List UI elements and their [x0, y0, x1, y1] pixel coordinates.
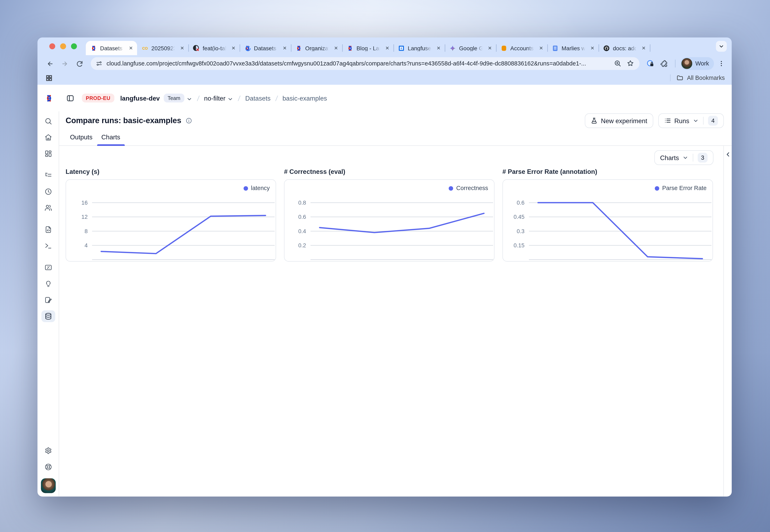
svg-text:0.8: 0.8 — [298, 199, 306, 206]
close-tab-icon[interactable] — [589, 45, 596, 52]
langfuse-app: PROD-EU langfuse-dev Team / no-filter / … — [37, 85, 732, 496]
app-header: PROD-EU langfuse-dev Team / no-filter / … — [37, 85, 732, 111]
main-area: Compare runs: basic-examples New experim… — [59, 111, 732, 496]
tab-charts[interactable]: Charts — [97, 131, 125, 145]
site-settings-icon[interactable] — [96, 60, 103, 67]
close-tab-icon[interactable] — [537, 45, 544, 52]
breadcrumb-dataset-name[interactable]: basic-examples — [283, 94, 327, 102]
org-chevron-down-icon[interactable] — [186, 95, 192, 101]
browser-tab-10[interactable]: Marlies wee — [547, 41, 599, 55]
browser-tab-2[interactable]: CO 20250923 — [137, 41, 188, 55]
all-bookmarks-button[interactable]: All Bookmarks — [670, 74, 725, 81]
sidebar-item-sessions[interactable] — [41, 186, 55, 198]
profile-chip[interactable]: Work — [681, 57, 714, 70]
sidebar-item-search[interactable] — [41, 115, 55, 127]
tab-outputs[interactable]: Outputs — [65, 131, 97, 145]
chart-legend: Correctness — [449, 185, 488, 192]
tab-search-button[interactable] — [716, 41, 727, 52]
close-window-button[interactable] — [49, 43, 55, 49]
svg-text:0.6: 0.6 — [517, 199, 524, 206]
user-avatar[interactable] — [41, 478, 55, 493]
toolbar-divider — [675, 60, 676, 67]
svg-text:6: 6 — [401, 47, 402, 50]
back-button[interactable] — [43, 57, 56, 70]
profile-avatar — [682, 58, 692, 69]
desktop-wallpaper: Datasets | L CO 20250923 feat(io-tabl Da… — [0, 0, 770, 532]
close-tab-icon[interactable] — [384, 45, 391, 52]
sidebar-item-prompts[interactable] — [41, 224, 55, 236]
sidebar-item-home[interactable] — [41, 132, 55, 143]
line-chart-plot: 481216 — [66, 180, 276, 261]
browser-tab-8[interactable]: Google Gen — [445, 41, 496, 55]
svg-text:CO: CO — [142, 46, 148, 50]
browser-menu-button[interactable] — [716, 58, 727, 69]
info-icon[interactable] — [185, 117, 192, 124]
browser-tab-5[interactable]: Organizatio — [291, 41, 342, 55]
breadcrumb-datasets-link[interactable]: Datasets — [245, 94, 271, 102]
sidebar-item-annotation[interactable] — [41, 294, 55, 306]
chart-card[interactable]: 481216 latency — [65, 179, 276, 262]
maximize-window-button[interactable] — [71, 43, 77, 49]
close-tab-icon[interactable] — [486, 45, 493, 52]
charts-panel: Charts 3 Latency (s) 481216 latency — [59, 146, 723, 496]
profile-name: Work — [695, 60, 709, 67]
project-selector[interactable]: no-filter — [204, 94, 233, 102]
sidebar-item-playground[interactable] — [41, 240, 55, 252]
org-name[interactable]: langfuse-dev — [120, 94, 159, 102]
browser-tab-4[interactable]: Datasets | L — [240, 41, 291, 55]
side-panel-strip — [723, 146, 732, 496]
sidebar-item-support[interactable] — [41, 461, 55, 473]
view-tabs: Outputs Charts — [59, 130, 732, 146]
charts-dropdown-button[interactable]: Charts 3 — [654, 150, 714, 165]
app-sidebar — [37, 111, 59, 496]
minimize-window-button[interactable] — [60, 43, 66, 49]
browser-tab-6[interactable]: Blog - Lang — [342, 41, 394, 55]
forward-button[interactable] — [58, 57, 71, 70]
sidebar-item-insights[interactable] — [41, 278, 55, 290]
new-experiment-button[interactable]: New experiment — [585, 113, 653, 128]
sidebar-item-tracing[interactable] — [41, 170, 55, 181]
browser-tab-11[interactable]: docs: add g — [599, 41, 650, 55]
orange-app-favicon-icon — [500, 45, 507, 52]
close-tab-icon[interactable] — [178, 45, 185, 52]
sidebar-item-users[interactable] — [41, 202, 55, 214]
reload-button[interactable] — [73, 57, 86, 70]
charts-count-badge: 3 — [698, 153, 708, 163]
chart-card[interactable]: 0.150.30.450.6 Parse Error Rate — [502, 179, 713, 262]
collapse-panel-button[interactable] — [725, 151, 731, 157]
sidebar-item-settings[interactable] — [41, 445, 55, 457]
sidebar-item-evaluation[interactable] — [41, 261, 55, 273]
close-tab-icon[interactable] — [435, 45, 442, 52]
bookmarks-bar: All Bookmarks — [37, 72, 732, 85]
close-tab-icon[interactable] — [127, 45, 134, 52]
browser-tab-3[interactable]: feat(io-tabl — [188, 41, 240, 55]
browser-tab-7[interactable]: 6 Langfuse - — [393, 41, 445, 55]
sidebar-toggle-icon[interactable] — [66, 94, 75, 102]
runs-count-badge: 4 — [708, 116, 718, 126]
url-bar[interactable]: cloud.langfuse.com/project/cmfwgv8fx002o… — [91, 57, 640, 70]
zoom-page-icon[interactable] — [614, 60, 622, 67]
chart-3: # Parse Error Rate (annotation) 0.150.30… — [502, 168, 713, 261]
sidebar-item-datasets[interactable] — [41, 310, 55, 322]
bookmark-star-icon[interactable] — [627, 60, 635, 67]
org-plan-badge: Team — [164, 94, 184, 102]
close-tab-icon[interactable] — [281, 45, 288, 52]
extensions-puzzle-icon[interactable] — [659, 58, 670, 70]
chart-card[interactable]: 0.20.40.60.8 Correctness — [284, 179, 494, 262]
langfuse-loading-favicon-icon — [244, 45, 251, 52]
url-text[interactable]: cloud.langfuse.com/project/cmfwgv8fx002o… — [106, 60, 609, 67]
browser-tab-9[interactable]: Accounts | — [496, 41, 547, 55]
close-tab-icon[interactable] — [640, 45, 647, 52]
chart-title: # Correctness (eval) — [284, 168, 494, 175]
runs-dropdown-button[interactable]: Runs 4 — [658, 113, 724, 128]
password-extension-icon[interactable] — [645, 58, 656, 70]
runs-chevron-down-icon — [693, 118, 699, 124]
langfuse-logo-icon[interactable] — [44, 93, 54, 103]
sidebar-item-dashboard[interactable] — [41, 148, 55, 160]
close-tab-icon[interactable] — [230, 45, 237, 52]
svg-text:0.4: 0.4 — [298, 228, 306, 234]
close-tab-icon[interactable] — [332, 45, 339, 52]
apps-grid-icon[interactable] — [45, 74, 53, 81]
langfuse-favicon-icon — [296, 45, 302, 52]
browser-tab-1[interactable]: Datasets | L — [86, 41, 137, 55]
